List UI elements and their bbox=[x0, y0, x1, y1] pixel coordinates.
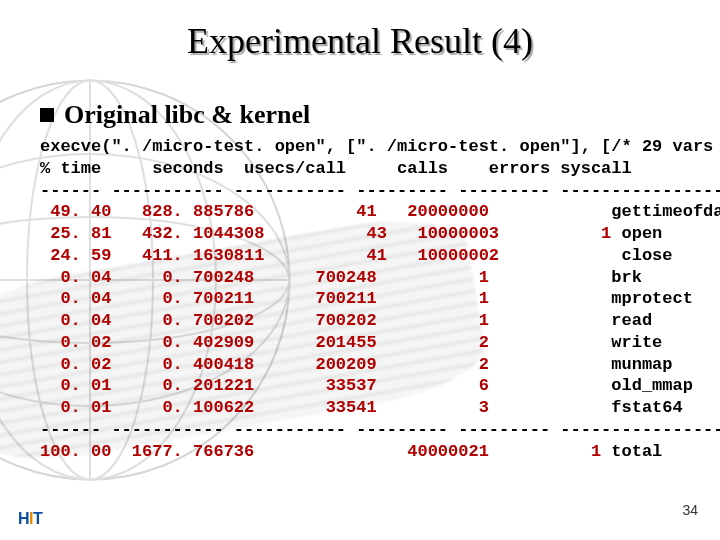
total-row: 100. 00 1677. 766736 40000021 1 total bbox=[40, 441, 720, 463]
logo-letter-t: T bbox=[33, 510, 42, 527]
footer-logo: HIT bbox=[18, 510, 44, 528]
row-syscall: close bbox=[611, 246, 672, 265]
row-numbers: 0. 02 0. 400418 200209 2 bbox=[40, 355, 601, 374]
table-row: 24. 59 411. 1630811 41 10000002 close bbox=[40, 245, 720, 267]
table-row: 0. 04 0. 700248 700248 1 brk bbox=[40, 267, 720, 289]
rows-container: 49. 40 828. 885786 41 20000000 gettimeof… bbox=[40, 201, 720, 419]
row-numbers: 0. 04 0. 700248 700248 1 bbox=[40, 268, 601, 287]
row-syscall: read bbox=[601, 311, 652, 330]
strace-block: execve(". /micro-test. open", [". /micro… bbox=[40, 136, 720, 462]
logo-letter-h: H bbox=[18, 510, 29, 527]
row-numbers: 24. 59 411. 1630811 41 10000002 bbox=[40, 246, 611, 265]
row-numbers: 0. 04 0. 700211 700211 1 bbox=[40, 289, 601, 308]
total-syscall: total bbox=[601, 442, 662, 461]
table-row: 0. 01 0. 100622 33541 3 fstat64 bbox=[40, 397, 720, 419]
row-syscall: brk bbox=[601, 268, 642, 287]
row-syscall: mprotect bbox=[601, 289, 693, 308]
row-syscall: old_mmap bbox=[601, 376, 693, 395]
subtitle-row: Original libc & kernel bbox=[40, 100, 720, 130]
row-syscall: write bbox=[601, 333, 662, 352]
row-numbers: 25. 81 432. 1044308 43 10000003 1 bbox=[40, 224, 611, 243]
row-syscall: fstat64 bbox=[601, 398, 683, 417]
slide-title: Experimental Result (4) bbox=[0, 0, 720, 62]
row-syscall: open bbox=[611, 224, 662, 243]
separator-top: ------ ----------- ----------- ---------… bbox=[40, 180, 720, 202]
table-row: 0. 04 0. 700211 700211 1 mprotect bbox=[40, 288, 720, 310]
row-numbers: 0. 04 0. 700202 700202 1 bbox=[40, 311, 601, 330]
table-row: 0. 02 0. 400418 200209 2 munmap bbox=[40, 354, 720, 376]
table-row: 0. 02 0. 402909 201455 2 write bbox=[40, 332, 720, 354]
separator-bottom: ------ ----------- ----------- ---------… bbox=[40, 419, 720, 441]
row-numbers: 0. 01 0. 100622 33541 3 bbox=[40, 398, 601, 417]
row-syscall: gettimeofday bbox=[601, 202, 720, 221]
exec-line: execve(". /micro-test. open", [". /micro… bbox=[40, 136, 720, 158]
row-numbers: 0. 02 0. 402909 201455 2 bbox=[40, 333, 601, 352]
row-numbers: 0. 01 0. 201221 33537 6 bbox=[40, 376, 601, 395]
page-number: 34 bbox=[682, 502, 698, 518]
bullet-icon bbox=[40, 108, 54, 122]
total-numbers: 100. 00 1677. 766736 40000021 1 bbox=[40, 442, 601, 461]
row-syscall: munmap bbox=[601, 355, 672, 374]
table-row: 25. 81 432. 1044308 43 10000003 1 open bbox=[40, 223, 720, 245]
table-row: 0. 04 0. 700202 700202 1 read bbox=[40, 310, 720, 332]
subtitle: Original libc & kernel bbox=[64, 100, 310, 130]
table-row: 49. 40 828. 885786 41 20000000 gettimeof… bbox=[40, 201, 720, 223]
row-numbers: 49. 40 828. 885786 41 20000000 bbox=[40, 202, 601, 221]
slide-content: Experimental Result (4) Original libc & … bbox=[0, 0, 720, 540]
table-row: 0. 01 0. 201221 33537 6 old_mmap bbox=[40, 375, 720, 397]
column-headers: % time seconds usecs/call calls errors s… bbox=[40, 158, 720, 180]
